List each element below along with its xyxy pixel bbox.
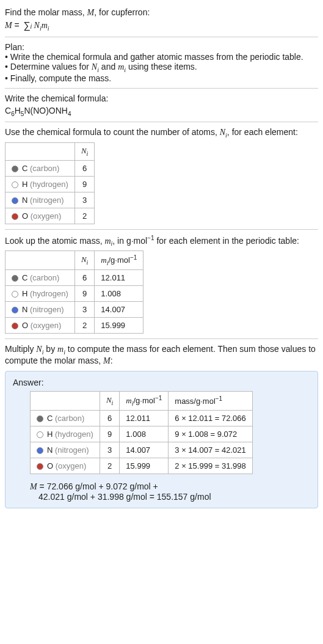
- element-cell: C (carbon): [5, 160, 75, 176]
- intro-m: M: [87, 8, 95, 17]
- element-name: (carbon): [53, 414, 84, 423]
- plan-title: Plan:: [5, 42, 318, 52]
- final-m: M: [30, 482, 37, 491]
- element-cell: O (oxygen): [5, 208, 75, 224]
- n-cell: 2: [74, 318, 94, 334]
- eq-eq: =: [12, 20, 22, 30]
- multiply-line: Multiply Ni by mi to compute the mass fo…: [5, 344, 318, 366]
- table-row: O (oxygen) 2 15.999: [5, 318, 143, 334]
- count-b: , for each element:: [227, 127, 298, 137]
- f-h: H: [15, 106, 21, 115]
- element-sym: O: [22, 211, 28, 221]
- element-name: (oxygen): [53, 461, 86, 470]
- eq-lhs: M: [5, 21, 12, 30]
- n-cell: 2: [100, 458, 119, 474]
- plan-bullet-2: • Determine values for Ni and mi using t…: [5, 62, 318, 73]
- f-rest: N(NO)ONH: [24, 106, 68, 115]
- count-n: N: [220, 128, 225, 137]
- element-cell: H (hydrogen): [31, 426, 100, 442]
- element-name: (hydrogen): [53, 430, 93, 439]
- element-sym: H: [22, 289, 27, 298]
- multiply-section: Multiply Ni by mi to compute the mass fo…: [5, 339, 318, 513]
- element-name: (carbon): [27, 273, 59, 282]
- table-row: N (nitrogen) 3 14.007: [5, 302, 143, 318]
- element-swatch-icon: [12, 181, 18, 188]
- table-row: C (carbon) 6 12.011 6 × 12.011 = 72.066: [31, 410, 253, 426]
- mul-b: by: [43, 344, 57, 354]
- mass-c: for each element in the periodic table:: [154, 235, 299, 245]
- answer-table: Ni mi/g·mol−1 mass/g·mol−1 C (carbon) 6 …: [30, 391, 253, 474]
- element-swatch-icon: [12, 275, 18, 282]
- plan-b2-n: N: [92, 62, 97, 71]
- f-h4: 4: [68, 110, 71, 117]
- element-sym: O: [47, 461, 53, 470]
- table-header-row: Ni mi/g·mol−1 mass/g·mol−1: [31, 391, 253, 410]
- th-ni: Ni: [74, 251, 94, 270]
- count-section: Use the chemical formula to count the nu…: [5, 122, 318, 229]
- eq-m: m: [42, 21, 48, 30]
- element-name: (carbon): [27, 164, 59, 173]
- table-header-row: Ni: [5, 143, 95, 161]
- mass-cell: 6 × 12.011 = 72.066: [169, 410, 252, 426]
- mass-table: Ni mi/g·mol−1 C (carbon) 6 12.011 H (hyd…: [5, 251, 143, 334]
- element-name: (nitrogen): [53, 445, 89, 455]
- m-cell: 14.007: [95, 302, 143, 318]
- mass-cell: 9 × 1.008 = 9.072: [169, 426, 252, 442]
- count-a: Use the chemical formula to count the nu…: [5, 127, 220, 137]
- plan-section: Plan: • Write the chemical formula and g…: [5, 37, 318, 89]
- element-swatch-icon: [12, 213, 18, 220]
- mass-section: Look up the atomic mass, mi, in g·mol−1 …: [5, 230, 318, 339]
- element-sym: N: [22, 305, 27, 314]
- eq-n: N: [32, 21, 40, 30]
- element-sym: H: [22, 180, 27, 189]
- plan-b2-c: using these items.: [126, 62, 197, 71]
- element-swatch-icon: [12, 197, 18, 204]
- element-sym: H: [47, 430, 53, 439]
- element-cell: O (oxygen): [5, 318, 75, 334]
- final-line-2: 42.021 g/mol + 31.998 g/mol = 155.157 g/…: [30, 492, 310, 502]
- th-ni: Ni: [74, 143, 94, 161]
- element-cell: N (nitrogen): [31, 442, 100, 458]
- f-c: C: [5, 106, 11, 115]
- element-name: (hydrogen): [27, 289, 68, 298]
- element-cell: O (oxygen): [31, 458, 100, 474]
- count-tbody: C (carbon) 6 H (hydrogen) 9 N (nitrogen)…: [5, 160, 95, 224]
- count-line: Use the chemical formula to count the nu…: [5, 127, 318, 139]
- mul-m: m: [57, 345, 64, 354]
- mass-line: Look up the atomic mass, mi, in g·mol−1 …: [5, 235, 318, 247]
- intro-text-b: , for cupferron:: [94, 7, 150, 17]
- intro-equation: M = .∑i Nimi: [5, 20, 318, 32]
- th-mi: mi/g·mol−1: [95, 251, 143, 270]
- table-row: H (hydrogen) 9 1.008: [5, 286, 143, 302]
- element-sym: O: [22, 321, 28, 330]
- table-header-row: Ni mi/g·mol−1: [5, 251, 143, 270]
- th-empty: [31, 391, 100, 410]
- mass-cell: 3 × 14.007 = 42.021: [169, 442, 252, 458]
- mul-mm: M: [103, 356, 111, 365]
- n-cell: 9: [74, 286, 94, 302]
- mul-n: N: [36, 345, 42, 354]
- mass-tbody: C (carbon) 6 12.011 H (hydrogen) 9 1.008…: [5, 270, 143, 334]
- element-swatch-icon: [12, 166, 18, 172]
- table-row: O (oxygen) 2 15.999 2 × 15.999 = 31.998: [31, 458, 253, 474]
- final-a: = 72.066 g/mol + 9.072 g/mol +: [37, 481, 158, 491]
- plan-b2-m: m: [118, 62, 124, 71]
- element-name: (oxygen): [28, 321, 61, 330]
- element-cell: N (nitrogen): [5, 302, 75, 318]
- element-swatch-icon: [12, 307, 18, 313]
- element-cell: H (hydrogen): [5, 176, 75, 192]
- n-cell: 3: [74, 302, 94, 318]
- element-name: (nitrogen): [27, 196, 64, 205]
- element-swatch-icon: [12, 291, 18, 298]
- n-cell: 6: [100, 410, 119, 426]
- count-table: Ni C (carbon) 6 H (hydrogen) 9 N (nitrog…: [5, 142, 95, 224]
- intro-section: Find the molar mass, M, for cupferron: M…: [5, 2, 318, 37]
- element-name: (hydrogen): [27, 180, 68, 189]
- mass-exp: −1: [147, 235, 154, 241]
- table-row: H (hydrogen) 9 1.008 9 × 1.008 = 9.072: [31, 426, 253, 442]
- element-swatch-icon: [12, 323, 18, 329]
- element-sym: C: [47, 414, 53, 423]
- n-cell: 9: [100, 426, 119, 442]
- n-cell: 3: [100, 442, 119, 458]
- m-cell: 12.011: [95, 270, 143, 286]
